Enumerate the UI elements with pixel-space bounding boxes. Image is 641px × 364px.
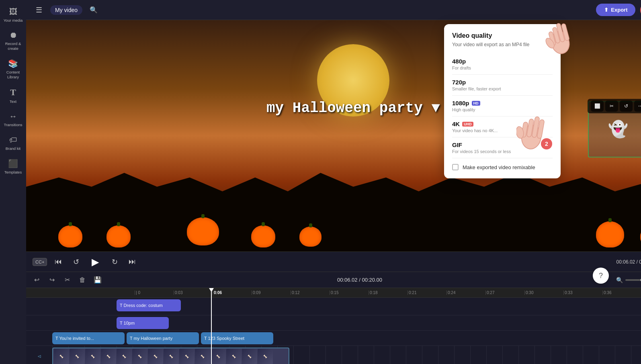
sidebar-item-text[interactable]: T Text bbox=[0, 83, 26, 108]
clip-invited-label: T You're invited to... bbox=[55, 336, 94, 341]
export-icon: ⬆ bbox=[604, 7, 608, 13]
sidebar-item-transitions[interactable]: ↔ Transitions bbox=[0, 108, 26, 131]
ruler-mark-033: 0:33 bbox=[563, 290, 602, 295]
quality-option-720p[interactable]: 720p Smaller file, faster export bbox=[452, 75, 553, 96]
quality-option-480p[interactable]: 480p For drafts bbox=[452, 54, 553, 75]
track-row-upper-text: T Dress code: costum bbox=[26, 298, 641, 315]
cc-button[interactable]: CC+ bbox=[33, 258, 47, 266]
hd-badge: HD bbox=[472, 101, 480, 106]
save-button[interactable]: 💾 bbox=[92, 274, 103, 286]
sidebar-item-your-media[interactable]: 🖼 Your media bbox=[0, 3, 26, 27]
record-icon: ⏺ bbox=[9, 31, 17, 40]
export-label: Export bbox=[611, 7, 627, 13]
clip-10pm[interactable]: T 10pm bbox=[117, 317, 169, 329]
video-thumb-13: 🦴 bbox=[242, 349, 257, 364]
element-crop-btn[interactable]: ✂ bbox=[605, 100, 618, 112]
clip-dress-code[interactable]: T Dress code: costum bbox=[117, 299, 181, 311]
sidebar-item-templates[interactable]: ⬛ Templates bbox=[0, 155, 26, 178]
element-rotate-btn[interactable]: ↺ bbox=[620, 100, 633, 112]
clip-dress-code-label: T Dress code: costum bbox=[120, 303, 163, 308]
sidebar-item-label-brand: Brand kit bbox=[6, 146, 21, 151]
redo-button[interactable]: ↪ bbox=[46, 274, 57, 286]
tracks-container: T Dress code: costum T 10pm bbox=[26, 298, 641, 364]
ruler-mark-003: 0:03 bbox=[174, 290, 213, 295]
export-quality-popup: Video quality Your video will export as … bbox=[444, 24, 561, 178]
sidebar-item-label-content: ContentLibrary bbox=[6, 70, 20, 79]
ruler-mark-030: 0:30 bbox=[524, 290, 563, 295]
video-thumb-2: 🦴 bbox=[70, 349, 85, 364]
pumpkin-3 bbox=[187, 217, 219, 245]
video-thumb-5: 🦴 bbox=[117, 349, 132, 364]
zoom-controls: 🔍 🔍 bbox=[616, 277, 641, 283]
ruler-mark-021: 0:21 bbox=[408, 290, 446, 295]
cut-button[interactable]: ✂ bbox=[61, 274, 73, 286]
delete-button[interactable]: 🗑 bbox=[77, 274, 88, 286]
video-thumb-7: 🦴 bbox=[148, 349, 163, 364]
skip-end-icon: ⏭ bbox=[129, 258, 136, 266]
undo-icon: ↩ bbox=[34, 276, 39, 284]
undo-button[interactable]: ↩ bbox=[31, 274, 42, 286]
sidebar-item-label-transitions: Transitions bbox=[4, 123, 22, 127]
video-thumb-1: 🦴 bbox=[54, 349, 69, 364]
timeline-ruler: | 0 0:03 0:06 0:09 0:12 0:15 0:18 0:21 0… bbox=[26, 288, 641, 298]
help-button[interactable]: ? bbox=[593, 268, 609, 284]
play-button[interactable]: ▶ bbox=[87, 254, 103, 270]
sidebar-item-record-create[interactable]: ⏺ Record &create bbox=[0, 27, 26, 55]
playhead-head bbox=[209, 288, 214, 292]
left-sidebar: 🖼 Your media ⏺ Record &create 📚 ContentL… bbox=[0, 0, 26, 364]
brand-kit-icon: 🏷 bbox=[9, 135, 17, 145]
quality-name-720p: 720p bbox=[452, 79, 553, 86]
clip-halloween-party[interactable]: T my Halloween party bbox=[127, 332, 199, 344]
menu-button[interactable]: ☰ bbox=[33, 4, 45, 16]
remixable-row: Make exported video remixable bbox=[452, 164, 553, 170]
pumpkin-2 bbox=[106, 225, 131, 247]
search-button[interactable]: 🔍 bbox=[87, 4, 100, 16]
remixable-checkbox[interactable] bbox=[452, 164, 459, 170]
search-icon: 🔍 bbox=[90, 6, 98, 14]
forward5-icon: ↻ bbox=[112, 258, 118, 266]
quality-name-gif: GIF bbox=[452, 141, 553, 148]
track-row-lower-text: T You're invited to... T my Halloween pa… bbox=[26, 331, 641, 346]
clip-invited[interactable]: T You're invited to... bbox=[52, 332, 125, 344]
element-more-btn[interactable]: ⋯ bbox=[634, 100, 641, 112]
back-5s-button[interactable]: ↺ bbox=[70, 256, 82, 268]
video-thumb-10: 🦴 bbox=[195, 349, 210, 364]
forward-5s-button[interactable]: ↻ bbox=[108, 256, 121, 268]
skip-end-button[interactable]: ⏭ bbox=[126, 256, 139, 268]
timeline-area: ↩ ↪ ✂ 🗑 💾 00:06.02 / 00:20.00 🔍 bbox=[26, 272, 641, 364]
zoom-slider[interactable] bbox=[625, 279, 641, 281]
video-track-lock-icon: ⊲ bbox=[37, 354, 41, 359]
track-content-1: T Dress code: costum bbox=[52, 298, 641, 315]
save-icon: 💾 bbox=[94, 276, 102, 284]
timeline-time: 00:06.02 / 00:20.00 bbox=[107, 277, 612, 283]
sidebar-item-label-templates: Templates bbox=[4, 170, 22, 174]
video-thumb-12: 🦴 bbox=[226, 349, 242, 364]
redo-icon: ↪ bbox=[49, 276, 55, 284]
ruler-mark-012: 0:12 bbox=[291, 290, 330, 295]
ruler-mark-009: 0:09 bbox=[252, 290, 291, 295]
uhd-badge: UHD bbox=[462, 122, 473, 127]
pumpkin-1 bbox=[58, 225, 82, 247]
video-clip-1[interactable]: 🦴 🦴 🦴 🦴 🦴 🦴 🦴 🦴 🦴 🦴 🦴 🦴 bbox=[52, 348, 289, 364]
sidebar-item-brand-kit[interactable]: 🏷 Brand kit bbox=[0, 131, 26, 155]
cut-icon: ✂ bbox=[65, 276, 70, 284]
quality-option-1080p[interactable]: 1080p HD High quality bbox=[452, 96, 553, 117]
video-thumb-3: 🦴 bbox=[85, 349, 100, 364]
project-title[interactable]: My video bbox=[50, 5, 82, 15]
element-style-btn[interactable]: ⬜ bbox=[591, 100, 604, 112]
content-library-icon: 📚 bbox=[8, 59, 18, 68]
track-row-10pm: T 10pm bbox=[26, 315, 641, 331]
ruler-mark-027: 0:27 bbox=[485, 290, 524, 295]
rewind-button[interactable]: ⏮ bbox=[52, 256, 65, 268]
video-title-overlay: my Halloween party ▼ bbox=[266, 100, 440, 116]
ruler-mark-015: 0:15 bbox=[330, 290, 369, 295]
quality-option-gif[interactable]: GIF For videos 15 seconds or less bbox=[452, 137, 553, 158]
quality-option-4k[interactable]: 4K UHD Your video has no 4K... bbox=[452, 117, 553, 137]
export-button[interactable]: ⬆ Export bbox=[596, 4, 635, 16]
hamburger-icon: ☰ bbox=[36, 6, 42, 14]
clip-spooky-street[interactable]: T 123 Spooky Street bbox=[201, 332, 273, 344]
sidebar-item-label-record: Record &create bbox=[5, 41, 21, 51]
templates-icon: ⬛ bbox=[8, 159, 18, 168]
sidebar-item-content-library[interactable]: 📚 ContentLibrary bbox=[0, 55, 26, 83]
zoom-out-button[interactable]: 🔍 bbox=[616, 277, 623, 283]
